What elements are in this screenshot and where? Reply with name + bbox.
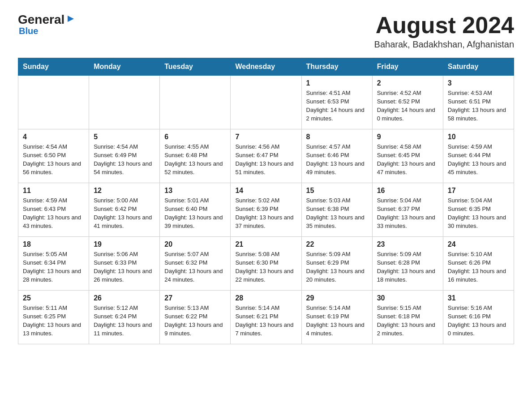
day-number: 11: [23, 187, 84, 195]
calendar-cell: 20Sunrise: 5:07 AMSunset: 6:32 PMDayligh…: [160, 237, 231, 291]
calendar-cell: 7Sunrise: 4:56 AMSunset: 6:47 PMDaylight…: [231, 129, 301, 183]
day-info: Sunrise: 5:01 AMSunset: 6:40 PMDaylight:…: [164, 197, 226, 230]
title-area: August 2024 Baharak, Badakhshan, Afghani…: [374, 13, 514, 50]
day-number: 7: [235, 133, 296, 141]
calendar-cell: 27Sunrise: 5:13 AMSunset: 6:22 PMDayligh…: [160, 291, 231, 344]
col-header-saturday: Saturday: [443, 58, 514, 76]
calendar-cell: [160, 76, 231, 129]
calendar-cell: 22Sunrise: 5:09 AMSunset: 6:29 PMDayligh…: [301, 237, 372, 291]
calendar-cell: 2Sunrise: 4:52 AMSunset: 6:52 PMDaylight…: [372, 76, 443, 129]
day-number: 6: [164, 133, 226, 141]
month-title: August 2024: [374, 13, 514, 37]
calendar-cell: 17Sunrise: 5:04 AMSunset: 6:35 PMDayligh…: [443, 183, 514, 237]
logo-general: General: [18, 13, 64, 26]
col-header-sunday: Sunday: [18, 58, 89, 76]
col-header-monday: Monday: [89, 58, 160, 76]
day-number: 4: [23, 133, 84, 141]
calendar-cell: 24Sunrise: 5:10 AMSunset: 6:26 PMDayligh…: [443, 237, 514, 291]
svg-marker-0: [68, 16, 74, 22]
day-number: 2: [377, 79, 438, 87]
day-info: Sunrise: 5:09 AMSunset: 6:28 PMDaylight:…: [377, 250, 438, 284]
day-number: 9: [377, 133, 438, 141]
day-number: 20: [164, 240, 226, 248]
day-number: 24: [448, 240, 509, 248]
day-number: 31: [448, 294, 509, 302]
day-info: Sunrise: 5:16 AMSunset: 6:16 PMDaylight:…: [448, 304, 509, 338]
calendar-cell: 9Sunrise: 4:58 AMSunset: 6:45 PMDaylight…: [372, 129, 443, 183]
day-info: Sunrise: 5:14 AMSunset: 6:21 PMDaylight:…: [235, 304, 296, 338]
day-info: Sunrise: 4:53 AMSunset: 6:51 PMDaylight:…: [448, 89, 509, 123]
day-info: Sunrise: 5:05 AMSunset: 6:34 PMDaylight:…: [23, 250, 84, 284]
day-number: 8: [306, 133, 368, 141]
calendar-cell: 21Sunrise: 5:08 AMSunset: 6:30 PMDayligh…: [231, 237, 301, 291]
day-info: Sunrise: 4:51 AMSunset: 6:53 PMDaylight:…: [306, 89, 368, 123]
week-row-2: 4Sunrise: 4:54 AMSunset: 6:50 PMDaylight…: [18, 129, 514, 183]
calendar-cell: 4Sunrise: 4:54 AMSunset: 6:50 PMDaylight…: [18, 129, 89, 183]
day-info: Sunrise: 4:54 AMSunset: 6:49 PMDaylight:…: [94, 143, 155, 176]
day-number: 30: [377, 294, 438, 302]
calendar-cell: 1Sunrise: 4:51 AMSunset: 6:53 PMDaylight…: [301, 76, 372, 129]
day-number: 21: [235, 240, 296, 248]
week-row-1: 1Sunrise: 4:51 AMSunset: 6:53 PMDaylight…: [18, 76, 514, 129]
calendar-cell: 12Sunrise: 5:00 AMSunset: 6:42 PMDayligh…: [89, 183, 160, 237]
day-number: 16: [377, 187, 438, 195]
day-number: 19: [94, 240, 155, 248]
day-number: 14: [235, 187, 296, 195]
day-info: Sunrise: 4:57 AMSunset: 6:46 PMDaylight:…: [306, 143, 368, 176]
day-number: 10: [448, 133, 509, 141]
day-number: 28: [235, 294, 296, 302]
day-number: 12: [94, 187, 155, 195]
calendar-cell: 29Sunrise: 5:14 AMSunset: 6:19 PMDayligh…: [301, 291, 372, 344]
week-row-4: 18Sunrise: 5:05 AMSunset: 6:34 PMDayligh…: [18, 237, 514, 291]
day-info: Sunrise: 5:12 AMSunset: 6:24 PMDaylight:…: [94, 304, 155, 338]
calendar-cell: 5Sunrise: 4:54 AMSunset: 6:49 PMDaylight…: [89, 129, 160, 183]
calendar-cell: 13Sunrise: 5:01 AMSunset: 6:40 PMDayligh…: [160, 183, 231, 237]
col-header-wednesday: Wednesday: [231, 58, 301, 76]
day-info: Sunrise: 5:15 AMSunset: 6:18 PMDaylight:…: [377, 304, 438, 338]
day-info: Sunrise: 5:07 AMSunset: 6:32 PMDaylight:…: [164, 250, 226, 284]
day-info: Sunrise: 4:59 AMSunset: 6:43 PMDaylight:…: [23, 197, 84, 230]
day-info: Sunrise: 4:54 AMSunset: 6:50 PMDaylight:…: [23, 143, 84, 176]
day-info: Sunrise: 5:11 AMSunset: 6:25 PMDaylight:…: [23, 304, 84, 338]
day-number: 18: [23, 240, 84, 248]
calendar-cell: 3Sunrise: 4:53 AMSunset: 6:51 PMDaylight…: [443, 76, 514, 129]
day-info: Sunrise: 5:00 AMSunset: 6:42 PMDaylight:…: [94, 197, 155, 230]
calendar-header-row: SundayMondayTuesdayWednesdayThursdayFrid…: [18, 58, 514, 76]
day-number: 29: [306, 294, 368, 302]
day-info: Sunrise: 4:59 AMSunset: 6:44 PMDaylight:…: [448, 143, 509, 176]
logo: General Blue: [18, 13, 76, 36]
day-number: 22: [306, 240, 368, 248]
location-subtitle: Baharak, Badakhshan, Afghanistan: [374, 39, 514, 50]
week-row-5: 25Sunrise: 5:11 AMSunset: 6:25 PMDayligh…: [18, 291, 514, 344]
day-number: 1: [306, 79, 368, 87]
calendar-cell: 26Sunrise: 5:12 AMSunset: 6:24 PMDayligh…: [89, 291, 160, 344]
calendar-cell: [89, 76, 160, 129]
day-number: 27: [164, 294, 226, 302]
day-info: Sunrise: 4:56 AMSunset: 6:47 PMDaylight:…: [235, 143, 296, 176]
week-row-3: 11Sunrise: 4:59 AMSunset: 6:43 PMDayligh…: [18, 183, 514, 237]
day-info: Sunrise: 5:09 AMSunset: 6:29 PMDaylight:…: [306, 250, 368, 284]
day-info: Sunrise: 5:02 AMSunset: 6:39 PMDaylight:…: [235, 197, 296, 230]
calendar-cell: 11Sunrise: 4:59 AMSunset: 6:43 PMDayligh…: [18, 183, 89, 237]
day-info: Sunrise: 4:55 AMSunset: 6:48 PMDaylight:…: [164, 143, 226, 176]
calendar-cell: 31Sunrise: 5:16 AMSunset: 6:16 PMDayligh…: [443, 291, 514, 344]
day-info: Sunrise: 4:52 AMSunset: 6:52 PMDaylight:…: [377, 89, 438, 123]
calendar-cell: 16Sunrise: 5:04 AMSunset: 6:37 PMDayligh…: [372, 183, 443, 237]
day-info: Sunrise: 5:13 AMSunset: 6:22 PMDaylight:…: [164, 304, 226, 338]
calendar-cell: [18, 76, 89, 129]
calendar-cell: 14Sunrise: 5:02 AMSunset: 6:39 PMDayligh…: [231, 183, 301, 237]
calendar-cell: 6Sunrise: 4:55 AMSunset: 6:48 PMDaylight…: [160, 129, 231, 183]
col-header-friday: Friday: [372, 58, 443, 76]
calendar-table: SundayMondayTuesdayWednesdayThursdayFrid…: [18, 58, 514, 344]
logo-arrow-icon: [66, 14, 76, 24]
day-info: Sunrise: 5:10 AMSunset: 6:26 PMDaylight:…: [448, 250, 509, 284]
calendar-cell: 30Sunrise: 5:15 AMSunset: 6:18 PMDayligh…: [372, 291, 443, 344]
calendar-cell: 23Sunrise: 5:09 AMSunset: 6:28 PMDayligh…: [372, 237, 443, 291]
day-number: 23: [377, 240, 438, 248]
day-info: Sunrise: 5:14 AMSunset: 6:19 PMDaylight:…: [306, 304, 368, 338]
day-info: Sunrise: 5:03 AMSunset: 6:38 PMDaylight:…: [306, 197, 368, 230]
day-number: 26: [94, 294, 155, 302]
day-number: 3: [448, 79, 509, 87]
col-header-thursday: Thursday: [301, 58, 372, 76]
calendar-cell: 15Sunrise: 5:03 AMSunset: 6:38 PMDayligh…: [301, 183, 372, 237]
